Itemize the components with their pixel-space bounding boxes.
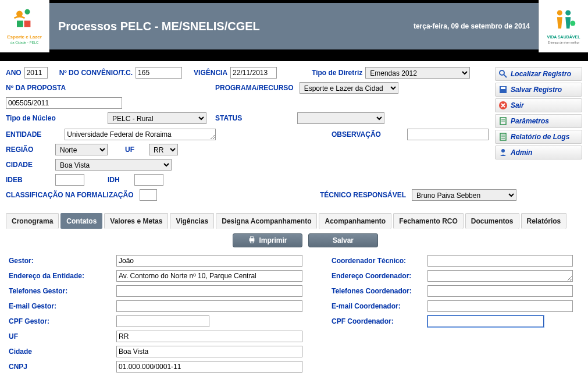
- save-icon: [498, 85, 508, 94]
- cpf-coord-input[interactable]: [427, 315, 544, 327]
- endereco-entidade-label: Endereço da Entidade:: [9, 272, 113, 280]
- tipo-nucleo-select[interactable]: PELC - Rural: [108, 112, 206, 124]
- report-icon: [498, 132, 508, 141]
- logo-vida-saudavel: VIDA SAUDÁVEL É tempo de viver melhor: [539, 0, 588, 52]
- svg-point-6: [570, 20, 575, 26]
- settings-icon: [498, 116, 508, 126]
- logo-esporte-lazer: Esporte e Lazer da Cidade - PELC: [0, 0, 49, 52]
- telefones-gestor-input[interactable]: [116, 285, 302, 297]
- ideb-input[interactable]: [55, 174, 84, 186]
- programa-select[interactable]: Esporte e Lazer da Cidad: [300, 82, 398, 94]
- uf-select[interactable]: RR: [149, 144, 178, 155]
- tab-documentos[interactable]: Documentos: [465, 213, 519, 229]
- parametros-label: Parâmetros: [511, 117, 549, 125]
- imprimir-button[interactable]: Imprimir: [233, 233, 302, 247]
- svg-point-5: [565, 10, 571, 15]
- salvar-label: Salvar Registro: [511, 86, 562, 94]
- logo-right-text2: É tempo de viver melhor: [548, 41, 579, 44]
- uf-contato-input[interactable]: [116, 331, 302, 342]
- app-header: Esporte e Lazer da Cidade - PELC Process…: [0, 3, 588, 49]
- tecnico-label: TÉCNICO RESPONSÁVEL: [320, 191, 406, 199]
- sair-button[interactable]: Sair: [495, 98, 582, 112]
- cidade-contato-input[interactable]: [116, 346, 302, 357]
- svg-rect-3: [24, 20, 30, 27]
- observacao-label: OBSERVAÇÃO: [332, 130, 381, 139]
- exit-icon: [498, 101, 508, 110]
- email-coord-label: E-mail Coordenador:: [332, 302, 425, 310]
- coord-tecnico-input[interactable]: [427, 255, 573, 267]
- tab-designa-acompanhamento[interactable]: Designa Acompanhamento: [216, 213, 317, 229]
- sair-label: Sair: [511, 101, 524, 109]
- idh-label: IDH: [108, 176, 120, 184]
- svg-point-1: [24, 9, 30, 14]
- tipo-diretriz-label: Tipo de Diretriz: [312, 69, 362, 77]
- logs-label: Relatório de Logs: [511, 133, 569, 141]
- cnpj-input[interactable]: [116, 361, 302, 373]
- imprimir-label: Imprimir: [259, 236, 287, 244]
- tab-contatos[interactable]: Contatos: [60, 213, 102, 229]
- idh-input[interactable]: [134, 174, 163, 186]
- salvar-registro-button[interactable]: Salvar Registro: [495, 83, 582, 97]
- svg-rect-10: [501, 87, 505, 89]
- email-coord-input[interactable]: [427, 300, 573, 312]
- page-title: Processos PELC - ME/SNELIS/CGEL: [49, 20, 414, 33]
- email-gestor-label: E-mail Gestor:: [9, 302, 113, 310]
- sidebar-actions: Localizar Registro Salvar Registro Sair …: [495, 67, 582, 161]
- cpf-gestor-input[interactable]: [116, 315, 209, 327]
- ano-input[interactable]: [24, 67, 48, 79]
- vigencia-input[interactable]: [230, 67, 277, 79]
- tab-cronograma[interactable]: Cronograma: [6, 213, 59, 229]
- cpf-gestor-label: CPF Gestor:: [9, 317, 113, 325]
- print-icon: [248, 236, 256, 246]
- proposta-label: Nº DA PROPOSTA: [6, 84, 66, 92]
- classificacao-label: CLASSIFICAÇÃO NA FORMALIZAÇÃO: [6, 191, 134, 199]
- relatorio-logs-button[interactable]: Relatório de Logs: [495, 130, 582, 144]
- entidade-label: ENTIDADE: [6, 130, 41, 139]
- endereco-coord-input[interactable]: [427, 270, 573, 282]
- contatos-panel: Gestor: Coordenador Técnico: Endereço da…: [0, 252, 588, 375]
- cidade-select[interactable]: Boa Vista: [55, 159, 172, 171]
- header-date: terça-feira, 09 de setembro de 2014: [414, 22, 539, 30]
- uf-contato-label: UF: [9, 332, 113, 341]
- regiao-select[interactable]: Norte: [55, 144, 108, 155]
- tab-valores-metas[interactable]: Valores e Metas: [104, 213, 168, 229]
- tipo-diretriz-select[interactable]: Emendas 2012: [365, 67, 470, 79]
- admin-icon: [498, 148, 508, 157]
- endereco-entidade-input[interactable]: [116, 270, 302, 282]
- salvar-button[interactable]: Salvar: [308, 233, 378, 247]
- tab-bar: Cronograma Contatos Valores e Metas Vigê…: [6, 213, 582, 229]
- admin-button[interactable]: Admin: [495, 146, 582, 159]
- tecnico-select[interactable]: Bruno Paiva Sebben: [412, 189, 516, 201]
- ideb-label: IDEB: [6, 176, 29, 184]
- convenio-label: Nº DO CONVÊNIO/T.C.: [59, 69, 133, 77]
- salvar-action-label: Salvar: [333, 236, 354, 244]
- email-gestor-input[interactable]: [116, 300, 302, 312]
- tab-vigencias[interactable]: Vigências: [170, 213, 214, 229]
- parametros-button[interactable]: Parâmetros: [495, 114, 582, 128]
- admin-label: Admin: [511, 148, 532, 157]
- classificacao-input[interactable]: [140, 189, 157, 201]
- logo-left-text2: da Cidade - PELC: [10, 41, 38, 44]
- logo-left-text1: Esporte e Lazer: [7, 34, 42, 40]
- ano-label: ANO: [6, 69, 22, 77]
- localizar-label: Localizar Registro: [511, 70, 571, 78]
- endereco-coord-label: Endereço Coordenador:: [332, 272, 425, 280]
- tab-fechamento-rco[interactable]: Fechamento RCO: [393, 213, 464, 229]
- telefones-coord-input[interactable]: [427, 285, 573, 297]
- tab-relatorios[interactable]: Relatórios: [521, 213, 567, 229]
- telefones-coord-label: Telefones Coordenador:: [332, 287, 425, 295]
- svg-rect-2: [17, 20, 23, 27]
- observacao-input[interactable]: [407, 129, 489, 140]
- gestor-label: Gestor:: [9, 257, 113, 265]
- tab-acompanhamento[interactable]: Acompanhamento: [319, 213, 391, 229]
- entidade-input[interactable]: [65, 129, 216, 140]
- regiao-label: REGIÃO: [6, 146, 41, 154]
- gestor-input[interactable]: [116, 255, 302, 267]
- localizar-registro-button[interactable]: Localizar Registro: [495, 67, 582, 81]
- convenio-input[interactable]: [136, 67, 182, 79]
- status-select[interactable]: [297, 112, 384, 124]
- coord-tecnico-label: Coordenador Técnico:: [332, 257, 425, 265]
- svg-point-7: [500, 70, 504, 75]
- main-form-area: ANO Nº DO CONVÊNIO/T.C. VIGÊNCIA Tipo de…: [0, 61, 588, 207]
- proposta-input[interactable]: [6, 97, 122, 109]
